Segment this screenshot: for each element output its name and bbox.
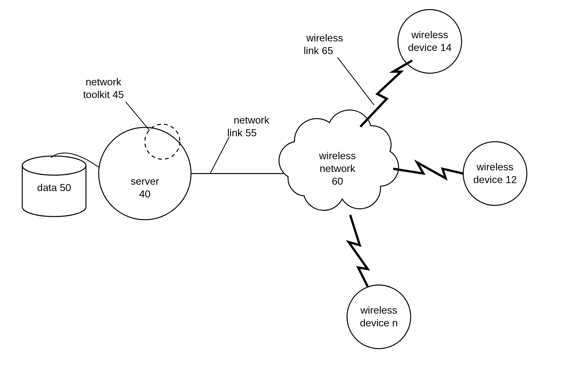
toolkit-pointer: [126, 102, 150, 131]
device-12-node: [463, 142, 527, 205]
cloud-label-line1: wireless: [319, 150, 356, 161]
device-n-label-line2: device n: [360, 317, 398, 329]
cloud-label-line3: 60: [332, 175, 343, 187]
database-label: data 50: [37, 182, 71, 193]
wireless-link-12: [393, 162, 463, 178]
cloud-node: wireless network 60: [279, 110, 399, 210]
svg-point-0: [22, 156, 86, 175]
network-diagram: data 50 server 40 network toolkit 45 net…: [0, 0, 588, 370]
device-14-label-line1: wireless: [411, 29, 448, 40]
database-node: data 50: [22, 156, 86, 217]
toolkit-label-line2: toolkit 45: [83, 89, 124, 100]
wireless-link-label-line2: link 65: [304, 45, 333, 56]
network-link-pointer: [210, 137, 229, 174]
device-12-label-line1: wireless: [476, 161, 514, 173]
cloud-label-line2: network: [320, 163, 356, 174]
network-link-label-line1: network: [234, 114, 270, 126]
wireless-link-65: [360, 60, 412, 127]
db-server-link: [51, 153, 99, 167]
wireless-link-n: [349, 215, 368, 287]
server-node: server 40: [99, 127, 191, 220]
device-12-label-line2: device 12: [473, 174, 517, 185]
svg-point-3: [99, 127, 191, 220]
server-label-line1: server: [131, 175, 159, 187]
device-n-node: [347, 285, 411, 349]
toolkit-label-line1: network: [86, 76, 122, 88]
network-link-label-line2: link 55: [227, 127, 257, 139]
server-label-line2: 40: [139, 188, 151, 200]
wireless-link-pointer: [337, 57, 374, 105]
device-n-label-line1: wireless: [360, 304, 397, 316]
device-14-label-line2: device 14: [408, 42, 452, 53]
wireless-link-label-line1: wireless: [306, 32, 343, 44]
